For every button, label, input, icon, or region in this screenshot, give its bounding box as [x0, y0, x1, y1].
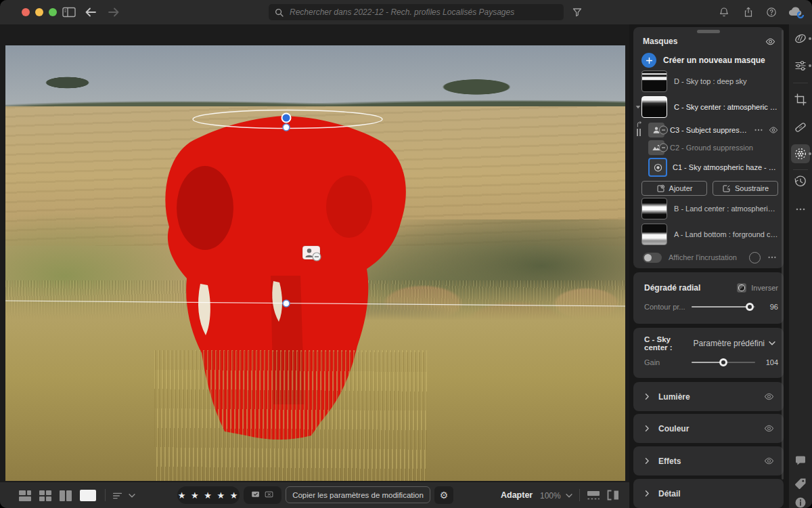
- create-mask-label: Créer un nouveau masque: [663, 56, 765, 65]
- radial-gradient-mask-icon: [648, 158, 667, 177]
- zoom-level-value[interactable]: 100%: [540, 491, 561, 501]
- star-rating[interactable]: ★ ★ ★ ★ ★: [177, 486, 240, 504]
- mask-thumbnail-c[interactable]: [641, 96, 667, 118]
- detail-view-icon-active[interactable]: [80, 490, 96, 501]
- sort-chevron-down-icon[interactable]: [127, 491, 137, 501]
- toolbar-divider: [105, 489, 106, 501]
- grid-view-icon[interactable]: [19, 490, 31, 501]
- mask-thumbnail-b[interactable]: [641, 198, 667, 219]
- square-grid-view-icon[interactable]: [39, 490, 51, 501]
- mask-label-c: C - Sky center : atmospheric haze: [674, 103, 778, 111]
- section-eye-icon[interactable]: [764, 456, 774, 466]
- mask-component-c3[interactable]: C3 - Subject suppression: [648, 122, 778, 138]
- search-field[interactable]: [269, 4, 564, 20]
- add-to-mask-button[interactable]: Ajouter: [641, 181, 707, 196]
- invert-label[interactable]: Inverser: [751, 284, 778, 292]
- gain-slider-row: Gain 104: [644, 358, 778, 367]
- create-mask-button[interactable]: Créer un nouveau masque: [641, 50, 778, 70]
- photo-canvas[interactable]: [5, 45, 625, 481]
- masks-visibility-eye-icon[interactable]: [765, 37, 775, 47]
- feather-slider-knob[interactable]: [746, 303, 754, 311]
- close-window-button[interactable]: [22, 8, 30, 16]
- help-icon[interactable]: [766, 7, 777, 18]
- ground-mask-icon: [648, 140, 664, 155]
- overlay-color-swatch[interactable]: [749, 252, 761, 263]
- section-eye-icon[interactable]: [764, 423, 774, 433]
- section-eye-icon[interactable]: [764, 391, 774, 402]
- chevron-right-icon: [643, 457, 652, 465]
- compare-view-icon[interactable]: [60, 490, 72, 501]
- cloud-sync-icon[interactable]: [788, 5, 804, 18]
- before-after-split-icon[interactable]: [606, 490, 620, 501]
- crop-icon[interactable]: [794, 93, 807, 106]
- section-detail[interactable]: Détail: [633, 479, 784, 508]
- zoom-chevron-down-icon[interactable]: [564, 491, 574, 501]
- radial-gradient-panel: Dégradé radial Inverser Contour pr... 96: [633, 272, 784, 324]
- edit-icon[interactable]: [794, 32, 807, 45]
- show-original-icon[interactable]: [586, 490, 601, 501]
- gain-value: 104: [761, 358, 778, 366]
- more-tools-icon[interactable]: [794, 204, 807, 215]
- panel-scrollbar[interactable]: [782, 30, 784, 480]
- mask-item-b[interactable]: B - Land center : atmospheric haze: [641, 196, 778, 221]
- notifications-bell-icon[interactable]: [719, 7, 729, 18]
- overlay-options-icon[interactable]: [767, 253, 777, 262]
- mask-thumbnail-a[interactable]: [641, 224, 667, 245]
- gain-slider-knob[interactable]: [719, 358, 727, 366]
- mask-component-c1-selected[interactable]: C1 - Sky atmospheric haze - Main m...: [648, 157, 778, 177]
- presets-icon[interactable]: [794, 59, 807, 72]
- overlay-toggle[interactable]: [643, 253, 662, 263]
- share-icon[interactable]: [743, 7, 754, 18]
- edit-panel-column: Masques Créer un nouveau masque D - Sky …: [629, 24, 789, 508]
- feather-slider-row: Contour pr... 96: [644, 302, 778, 312]
- back-icon[interactable]: [84, 7, 97, 18]
- subject-suppression-pin[interactable]: [302, 246, 321, 261]
- feather-slider[interactable]: [692, 306, 755, 308]
- flag-controls: [244, 486, 281, 504]
- more-options-icon[interactable]: [754, 125, 763, 135]
- workspace: Masques Créer un nouveau masque D - Sky …: [0, 24, 812, 508]
- history-icon[interactable]: [794, 175, 807, 188]
- reject-flag-icon[interactable]: [264, 490, 275, 501]
- sort-icon[interactable]: [112, 490, 124, 502]
- radial-panel-title: Dégradé radial: [644, 283, 736, 293]
- mask-item-d[interactable]: D - Sky top : deep sky: [641, 69, 778, 93]
- component-eye-icon[interactable]: [769, 125, 778, 135]
- invert-mask-icon[interactable]: [736, 282, 747, 293]
- chevron-down-icon[interactable]: [767, 339, 777, 348]
- zoom-window-button[interactable]: [49, 8, 57, 16]
- gain-label: Gain: [644, 358, 686, 366]
- mask-thumbnail-d[interactable]: [641, 70, 667, 92]
- filter-icon[interactable]: [572, 7, 583, 18]
- mask-preset-panel: C - Sky center : Paramètre prédéfini Gai…: [633, 328, 784, 378]
- comments-icon[interactable]: [794, 454, 807, 468]
- gain-slider[interactable]: [692, 362, 755, 363]
- mask-item-c-selected[interactable]: C - Sky center : atmospheric haze: [641, 95, 778, 119]
- panel-drag-handle[interactable]: [697, 30, 720, 33]
- pick-flag-icon[interactable]: [250, 490, 261, 501]
- search-input[interactable]: [288, 7, 558, 18]
- mask-item-a[interactable]: A - Land bottom : forground contrast: [641, 222, 778, 247]
- title-bar: [0, 0, 812, 24]
- section-effets[interactable]: Effets: [633, 446, 784, 475]
- linear-gradient-handle[interactable]: [283, 300, 290, 307]
- settings-gear-button[interactable]: ⚙: [434, 486, 453, 504]
- minimize-window-button[interactable]: [35, 8, 43, 16]
- radial-gradient-edge-handle[interactable]: [283, 124, 290, 131]
- section-lumiere[interactable]: Lumière: [633, 382, 784, 411]
- healing-icon[interactable]: [794, 121, 807, 134]
- mask-component-label-c2: C2 - Ground suppression: [670, 144, 753, 152]
- copy-edit-settings-button[interactable]: Copier les paramètres de modification: [286, 486, 430, 503]
- masking-icon[interactable]: [794, 147, 807, 161]
- linear-gradient-line[interactable]: [5, 301, 625, 306]
- preset-dropdown[interactable]: Paramètre prédéfini: [694, 339, 765, 348]
- subtract-from-mask-button[interactable]: Soustraire: [713, 181, 778, 196]
- forward-icon[interactable]: [107, 7, 120, 18]
- section-couleur[interactable]: Couleur: [633, 414, 784, 443]
- toggle-sidebar-icon[interactable]: [62, 7, 76, 18]
- info-icon[interactable]: [794, 496, 807, 508]
- mask-component-c2[interactable]: C2 - Ground suppression: [648, 140, 778, 156]
- radial-gradient-pin[interactable]: [282, 114, 291, 123]
- keywords-tag-icon[interactable]: [794, 477, 807, 490]
- fit-zoom-label[interactable]: Adapter: [501, 490, 533, 500]
